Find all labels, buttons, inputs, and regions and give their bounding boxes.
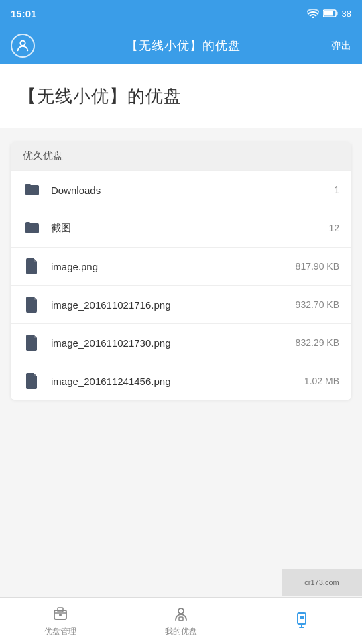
wifi-icon [307, 9, 319, 18]
udisk-manage-icon [51, 604, 70, 623]
my-udisk-icon [172, 604, 190, 623]
file-size: 1 [334, 184, 339, 195]
tab-udisk-manage[interactable]: 优盘管理 [0, 604, 121, 637]
svg-point-3 [20, 41, 25, 46]
user-icon [15, 38, 30, 53]
file-card-header: 优久优盘 [11, 142, 351, 170]
svg-rect-1 [336, 12, 337, 15]
page-title: 【无线小优】的优盘 [19, 85, 343, 108]
svg-point-6 [59, 614, 62, 616]
file-size: 832.29 KB [296, 337, 339, 348]
file-name: image.png [51, 261, 289, 272]
battery-icon [323, 9, 338, 17]
file-row[interactable]: image.png 817.90 KB [11, 247, 351, 285]
file-row[interactable]: 截图 12 [11, 209, 351, 247]
file-card: 优久优盘 Downloads 1 截图 12 image.png 817.90 … [11, 142, 351, 400]
file-doc-icon [23, 257, 42, 276]
file-size: 12 [328, 223, 339, 233]
status-bar: 15:01 38 [0, 0, 362, 27]
file-name: 截图 [51, 222, 322, 235]
file-size: 932.70 KB [296, 299, 339, 310]
svg-rect-2 [324, 11, 333, 16]
watermark: cr173.com [282, 569, 362, 596]
file-row[interactable]: Downloads 1 [11, 170, 351, 209]
file-row[interactable]: image_201611021730.png 832.29 KB [11, 323, 351, 362]
toolbar: 【无线小优】的优盘 弹出 [0, 27, 362, 64]
avatar-button[interactable] [11, 34, 35, 58]
toolbar-title: 【无线小优】的优盘 [126, 38, 241, 54]
file-doc-icon [23, 372, 42, 390]
tab-bar: 优盘管理 我的优盘 [0, 597, 362, 644]
file-size: 817.90 KB [296, 261, 339, 272]
tab-label: 我的优盘 [165, 626, 197, 637]
status-icons: 38 [307, 9, 351, 19]
file-name: Downloads [51, 184, 327, 196]
file-doc-icon [23, 295, 42, 314]
file-doc-icon [23, 333, 42, 352]
svg-rect-5 [58, 608, 63, 612]
connect-icon [292, 610, 311, 629]
tab-connect[interactable] [241, 610, 362, 632]
eject-button[interactable]: 弹出 [331, 40, 351, 52]
status-time: 15:01 [11, 8, 36, 19]
file-name: image_201611021730.png [51, 337, 289, 349]
file-name: image_201611021716.png [51, 299, 289, 311]
file-name: image_201611241456.png [51, 376, 298, 387]
file-row[interactable]: image_201611021716.png 932.70 KB [11, 285, 351, 323]
tab-my-udisk[interactable]: 我的优盘 [121, 604, 241, 637]
file-size: 1.02 MB [304, 376, 339, 386]
folder-icon [23, 219, 42, 237]
svg-rect-13 [302, 616, 304, 619]
file-row[interactable]: image_201611241456.png 1.02 MB [11, 362, 351, 400]
folder-icon [23, 180, 42, 199]
battery-level: 38 [342, 9, 351, 19]
tab-label: 优盘管理 [44, 626, 76, 637]
page-title-area: 【无线小优】的优盘 [0, 64, 362, 128]
svg-point-8 [178, 608, 184, 614]
svg-rect-12 [300, 616, 302, 619]
